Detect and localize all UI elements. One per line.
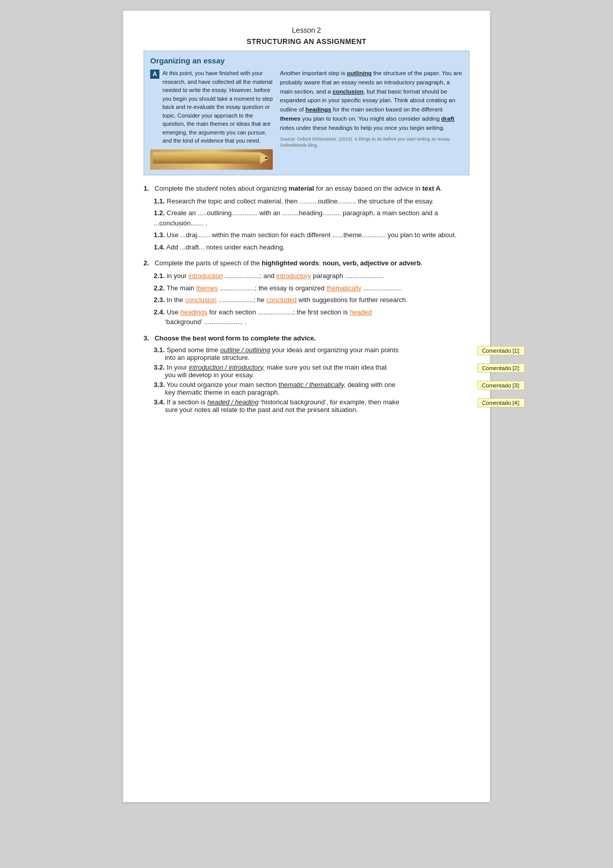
comment-1: Comentado [1]: xyxy=(478,346,525,355)
ex2-number: 2. xyxy=(144,259,149,267)
right-paragraph-pre: Another important step is xyxy=(280,70,347,76)
ex1-item4: 1.4. Add ...draft... notes under each he… xyxy=(154,242,469,253)
exercise-1: 1. Complete the student notes about orga… xyxy=(144,185,469,253)
ex3-item4-row: 3.4. If a section is headed / heading ‘h… xyxy=(154,398,469,414)
draft-word: draft xyxy=(441,116,455,122)
exercise-1-title: 1. Complete the student notes about orga… xyxy=(144,185,469,192)
word-thematically: thematically xyxy=(326,284,362,292)
headings-word: headings xyxy=(305,106,331,112)
left-paragraph: At this point, you have finished with yo… xyxy=(162,69,273,145)
ex1-number: 1. xyxy=(144,185,149,192)
word-concluded: concluded xyxy=(266,296,296,304)
ex1-item2: 1.2. Create an .....outlining...........… xyxy=(154,208,469,228)
exercise-3: 3. Choose the best word form to complete… xyxy=(144,334,469,414)
comment-4: Comentado [4]: xyxy=(478,398,525,407)
right-paragraph-5: notes under these headings to help you o… xyxy=(280,125,444,131)
lesson-title: Lesson 2 xyxy=(144,26,469,34)
blue-box-left: A At this point, you have finished with … xyxy=(150,69,273,170)
word-choice-3-3a: thematic / thematically, xyxy=(278,381,345,389)
comment-3: Comentado [3]: xyxy=(478,381,525,390)
word-choice-3-3b: thematic xyxy=(177,389,202,396)
blue-box-right: Another important step is outlining the … xyxy=(280,69,463,170)
word-headed: headed xyxy=(350,308,372,316)
conclusion-word: conclusion xyxy=(333,88,364,95)
right-paragraph-3: for the main section based on the differ… xyxy=(331,106,442,112)
page: Lesson 2 STRUCTURING AN ASSIGNMENT Organ… xyxy=(123,10,490,803)
word-introductory: introductory xyxy=(276,272,311,280)
ex2-item1: 2.1. in your introduction ..............… xyxy=(154,271,469,281)
comment-2: Comentado [2]: xyxy=(478,363,525,373)
exercise-3-title: 3. Choose the best word form to complete… xyxy=(144,334,469,342)
themes-word: themes xyxy=(280,116,300,122)
blue-box: Organizing an essay A At this point, you… xyxy=(144,51,469,175)
right-paragraph-4: you plan to touch on. You might also con… xyxy=(300,116,441,122)
word-choice-3-1: outline / outlining xyxy=(220,346,270,354)
ex3-item1-row: 3.1. Spend some time outline / outlining… xyxy=(154,346,469,361)
ex3-item3-row: 3.3. You could organize your main sectio… xyxy=(154,381,469,396)
word-choice-3-4: headed / heading xyxy=(207,398,258,406)
blue-box-header: Organizing an essay xyxy=(150,56,463,65)
ex2-item3: 2.3. In the conclusion .................… xyxy=(154,295,469,305)
svg-rect-1 xyxy=(153,152,260,164)
ex2-item2: 2.2. The main themes ...................… xyxy=(154,283,469,293)
word-introduction: introduction xyxy=(188,272,223,280)
section-title: STRUCTURING AN ASSIGNMENT xyxy=(144,37,469,45)
ex1-item1: 1.1. Research the topic and collect mate… xyxy=(154,196,469,207)
letter-badge: A xyxy=(150,70,159,79)
word-headings: headings xyxy=(180,308,207,316)
ex1-item3: 1.3. Use ...draj....... within the main … xyxy=(154,230,469,240)
pencil-image xyxy=(150,149,273,170)
exercise-2: 2. Complete the parts of speech of the h… xyxy=(144,259,469,327)
exercise-2-title: 2. Complete the parts of speech of the h… xyxy=(144,259,469,267)
ex2-item4: 2.4. Use headings for each section .....… xyxy=(154,307,469,327)
word-themes: themes xyxy=(196,284,218,292)
source-text: Source: Oxford Dictionaries. (2015). 4 t… xyxy=(280,136,463,149)
ex3-number: 3. xyxy=(144,334,149,342)
outlining-word: outlining xyxy=(347,70,372,76)
word-conclusion: conclusion xyxy=(185,296,216,304)
word-choice-3-2: introduction / introductory, xyxy=(189,363,265,371)
ex3-item2-row: 3.2. In your introduction / introductory… xyxy=(154,363,469,379)
